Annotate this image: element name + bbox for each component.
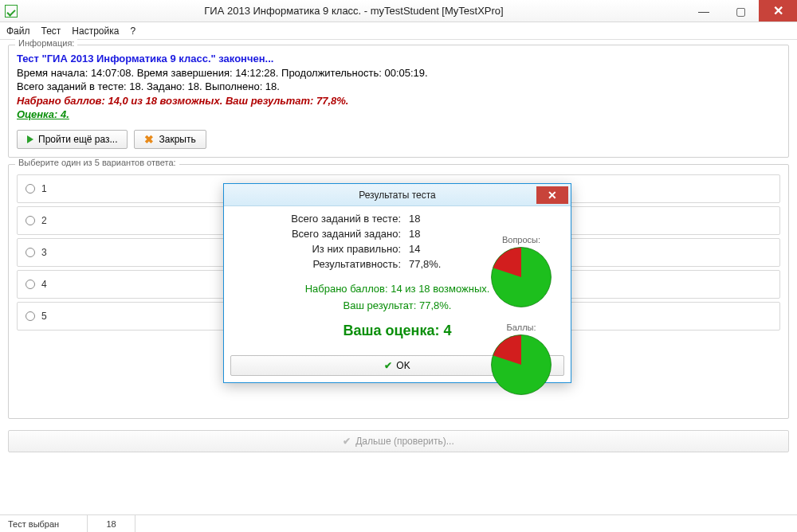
play-icon	[27, 135, 33, 143]
dialog-close-button[interactable]: ✕	[536, 186, 568, 204]
close-test-button-label: Закрыть	[159, 134, 195, 145]
check-icon: ✔	[343, 436, 351, 447]
window-controls: — ▢ ✕	[685, 0, 797, 22]
pie-chart-icon	[490, 246, 552, 308]
info-panel-label: Информация:	[15, 38, 77, 48]
dialog-ok-label: OK	[396, 360, 410, 371]
radio-icon	[26, 280, 35, 289]
close-button[interactable]: ✕	[759, 0, 797, 22]
status-text: Тест выбран	[0, 515, 88, 532]
menu-help[interactable]: ?	[130, 25, 135, 37]
stat-label: Результативность:	[249, 258, 409, 270]
results-dialog: Результаты теста ✕ Вопросы: Баллы: Всего…	[223, 183, 571, 383]
stat-value: 18	[409, 213, 449, 225]
questions-pie-caption: Вопросы:	[489, 235, 553, 244]
info-grade: Оценка: 4.	[17, 108, 780, 122]
answer-label: 5	[41, 311, 47, 322]
radio-icon	[26, 248, 35, 257]
close-test-button[interactable]: ✖ Закрыть	[134, 130, 206, 149]
radio-icon	[26, 184, 35, 194]
dialog-titlebar: Результаты теста ✕	[224, 184, 571, 206]
next-button[interactable]: ✔ Дальше (проверить)...	[8, 430, 789, 452]
stat-value: 18	[409, 228, 449, 240]
retry-button-label: Пройти ещё раз...	[38, 134, 117, 145]
x-icon: ✖	[144, 134, 154, 145]
menubar: Файл Тест Настройка ?	[0, 22, 797, 40]
status-spacer	[135, 515, 797, 532]
questions-pie: Вопросы:	[489, 235, 553, 311]
retry-button[interactable]: Пройти ещё раз...	[17, 130, 128, 149]
dialog-title: Результаты теста	[224, 190, 571, 201]
info-panel: Информация: Тест "ГИА 2013 Информатика 9…	[8, 45, 789, 158]
stat-label: Всего заданий задано:	[249, 228, 409, 240]
stat-value: 14	[409, 243, 449, 255]
answers-panel-label: Выберите один из 5 вариантов ответа:	[15, 158, 179, 167]
stat-label: Всего заданий в тесте:	[249, 213, 409, 225]
info-title: Тест "ГИА 2013 Информатика 9 класс." зак…	[17, 52, 780, 66]
window-titlebar: ГИА 2013 Информатика 9 класс. - myTestSt…	[0, 0, 797, 22]
stat-label: Из них правильно:	[249, 243, 409, 255]
pie-chart-icon	[490, 334, 552, 396]
menu-test[interactable]: Тест	[41, 25, 61, 37]
points-pie: Баллы:	[489, 323, 553, 398]
points-pie-caption: Баллы:	[489, 323, 553, 332]
menu-file[interactable]: Файл	[6, 25, 30, 37]
radio-icon	[26, 311, 35, 321]
window-title: ГИА 2013 Информатика 9 класс. - myTestSt…	[22, 5, 685, 17]
stat-value: 77,8%.	[409, 258, 449, 270]
info-tasks: Всего заданий в тесте: 18. Задано: 18. В…	[17, 80, 780, 94]
answer-label: 4	[41, 279, 47, 290]
radio-icon	[26, 216, 35, 225]
next-button-label: Дальше (проверить)...	[355, 436, 454, 447]
check-icon: ✔	[384, 360, 392, 371]
info-timing: Время начала: 14:07:08. Время завершения…	[17, 66, 780, 80]
maximize-button[interactable]: ▢	[722, 0, 759, 22]
status-count: 18	[88, 515, 135, 532]
minimize-button[interactable]: —	[685, 0, 722, 22]
statusbar: Тест выбран 18	[0, 514, 797, 532]
info-score: Набрано баллов: 14,0 из 18 возможных. Ва…	[17, 94, 780, 108]
app-icon	[5, 5, 18, 18]
answer-label: 3	[41, 247, 47, 258]
menu-settings[interactable]: Настройка	[72, 25, 119, 37]
answer-label: 2	[41, 215, 47, 226]
answer-label: 1	[41, 183, 47, 194]
